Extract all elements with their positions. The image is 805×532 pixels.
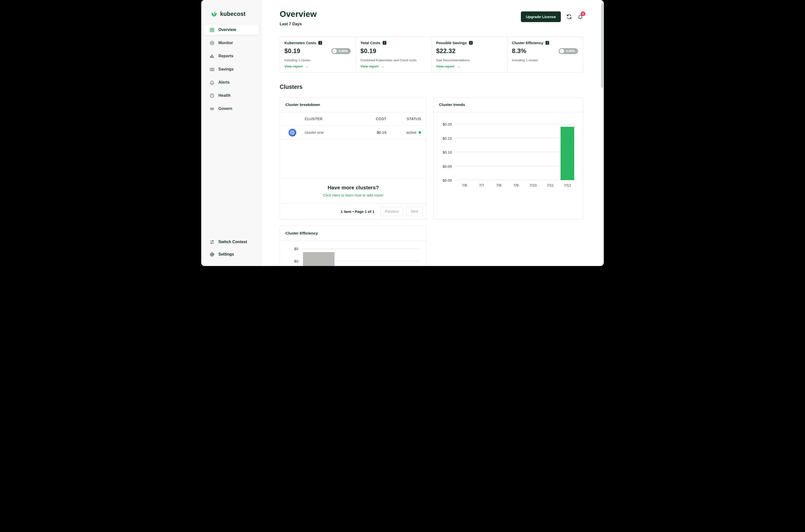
sidebar-item-label: Reports [218, 54, 233, 58]
sidebar-item-overview[interactable]: Overview [204, 24, 259, 35]
sidebar-item-label: Govern [218, 107, 232, 111]
clusters-grid: Cluster breakdown CLUSTER COST STATUS cl… [280, 97, 583, 220]
sidebar-item-govern[interactable]: Govern [204, 103, 259, 114]
stat-value: $0.19 [284, 48, 300, 55]
next-button[interactable]: Next [406, 207, 423, 216]
cluster-trends-card: Cluster trends $0.00$0.05$0.10$0.15$0.20… [433, 97, 583, 220]
refresh-button[interactable] [566, 14, 572, 20]
stat-title: Total Costs [360, 41, 380, 45]
more-clusters-heading: Have more clusters? [285, 185, 422, 191]
delta-value: 0.00% [566, 49, 575, 53]
view-report-link[interactable]: View report → [436, 64, 460, 69]
upgrade-license-button[interactable]: Upgrade License [521, 12, 561, 22]
stat-value: 8.3% [512, 48, 526, 55]
app-window: kubecost Overview Monitor Reports [201, 0, 604, 266]
settings-button[interactable]: Settings [204, 249, 259, 260]
kubecost-logo-icon [211, 11, 218, 17]
x-axis-label: 7/6 [456, 183, 473, 187]
brand[interactable]: kubecost [201, 0, 261, 24]
notification-badge: 2 [581, 12, 586, 16]
topbar: Overview Last 7 Days Upgrade License 2 [280, 10, 583, 26]
refresh-icon [566, 14, 572, 20]
status-label: active [406, 130, 417, 135]
stat-title: Kubernetes Costs [284, 41, 316, 45]
y-axis-label: $0.20 [442, 122, 452, 126]
pagination-summary: 1 item • Page 1 of 1 [341, 209, 375, 214]
chart-gridline: $0 [302, 249, 419, 249]
brand-name: kubecost [220, 11, 246, 17]
sidebar-item-monitor[interactable]: Monitor [204, 37, 259, 49]
sidebar: kubecost Overview Monitor Reports [201, 0, 262, 266]
y-axis-label: $0 [294, 247, 298, 251]
more-clusters-section: Have more clusters? Click Here to learn … [280, 178, 426, 204]
stat-value: $22.32 [436, 48, 456, 55]
stat-card-cluster-efficiency: Cluster Efficiency i 8.3% ↓ 0.00% Includ… [507, 37, 583, 73]
x-axis-label: 7/8 [490, 183, 507, 187]
view-report-label: View report [436, 64, 454, 68]
sidebar-item-label: Monitor [218, 41, 233, 45]
status-dot [419, 131, 421, 134]
y-axis-label: $0.10 [442, 150, 452, 154]
trends-xaxis: 7/67/77/87/97/107/117/12 [456, 183, 576, 187]
bar-chart-icon [209, 53, 215, 59]
arrow-right-icon: → [381, 64, 384, 69]
sidebar-item-label: Health [218, 93, 231, 98]
view-report-link[interactable]: View report → [284, 64, 308, 69]
info-icon[interactable]: i [469, 41, 473, 45]
sidebar-item-savings[interactable]: Savings [204, 64, 259, 75]
date-range-label: Last 7 Days [280, 22, 317, 26]
stat-title: Possible Savings [436, 41, 467, 45]
view-report-label: View report [360, 64, 379, 68]
cluster-cost: $0.19 [357, 130, 386, 135]
gear-icon [209, 252, 215, 257]
main-content: Overview Last 7 Days Upgrade License 2 K… [262, 0, 604, 266]
stat-note: Combined Kubernetes and Cloud costs [360, 58, 427, 62]
switch-context-label: Switch Context [218, 240, 247, 244]
stats-row: Kubernetes Costs i $0.19 ↓ 0.00% Includi… [280, 37, 583, 73]
sidebar-item-reports[interactable]: Reports [204, 51, 259, 61]
info-icon[interactable]: i [319, 41, 322, 45]
view-report-label: View report [284, 64, 303, 68]
pagination-bar: 1 item • Page 1 of 1 Previous Next [280, 204, 426, 219]
info-icon[interactable]: i [545, 41, 549, 45]
card-title: Cluster trends [434, 97, 583, 112]
sidebar-item-health[interactable]: Health [204, 90, 259, 101]
stat-card-total-costs: Total Costs i $0.19 Combined Kubernetes … [356, 37, 431, 73]
x-axis-label: 7/9 [507, 183, 524, 187]
info-icon[interactable]: i [383, 41, 386, 45]
stat-value: $0.19 [360, 48, 376, 55]
sidebar-item-alerts[interactable]: Alerts [204, 77, 259, 88]
previous-button[interactable]: Previous [380, 207, 403, 216]
alert-circle-icon [209, 93, 215, 98]
switch-arrows-icon [209, 239, 215, 245]
cluster-breakdown-card: Cluster breakdown CLUSTER COST STATUS cl… [280, 97, 427, 220]
stat-note: Including 1 cluster [284, 58, 352, 62]
table-row[interactable]: cluster-one $0.19 active [280, 126, 426, 140]
delta-pill: ↓ 0.00% [331, 48, 351, 54]
cluster-name: cluster-one [305, 130, 357, 135]
cash-icon [209, 66, 215, 72]
notifications-button[interactable]: 2 [577, 14, 583, 20]
switch-context-button[interactable]: Switch Context [204, 237, 259, 247]
table-header: CLUSTER COST STATUS [280, 112, 426, 126]
stat-card-kubernetes-costs: Kubernetes Costs i $0.19 ↓ 0.00% Includi… [280, 37, 356, 73]
arrow-right-icon: → [305, 64, 308, 69]
y-axis-label: $0.00 [442, 178, 452, 183]
stat-card-possible-savings: Possible Savings i $22.32 See Recommenda… [432, 37, 507, 73]
page-title: Overview [280, 10, 317, 19]
sidebar-nav: Overview Monitor Reports Savings [201, 24, 261, 114]
x-axis-label: 7/12 [559, 183, 576, 187]
column-header-status: STATUS [386, 117, 421, 121]
view-report-link[interactable]: View report → [360, 64, 384, 69]
add-clusters-link[interactable]: Click Here to learn how to add more! [323, 193, 383, 197]
bell-icon [209, 80, 215, 85]
efficiency-chart: $0 $0 [302, 249, 419, 266]
scrollbar-thumb[interactable] [601, 3, 603, 88]
y-axis-label: $0.15 [442, 136, 452, 140]
trend-bar [560, 127, 574, 180]
x-axis-label: 7/11 [542, 183, 559, 187]
arrow-down-icon: ↓ [560, 49, 564, 53]
y-axis-label: $0 [294, 259, 298, 263]
grid-icon [209, 27, 215, 33]
bars-layer [456, 124, 576, 180]
